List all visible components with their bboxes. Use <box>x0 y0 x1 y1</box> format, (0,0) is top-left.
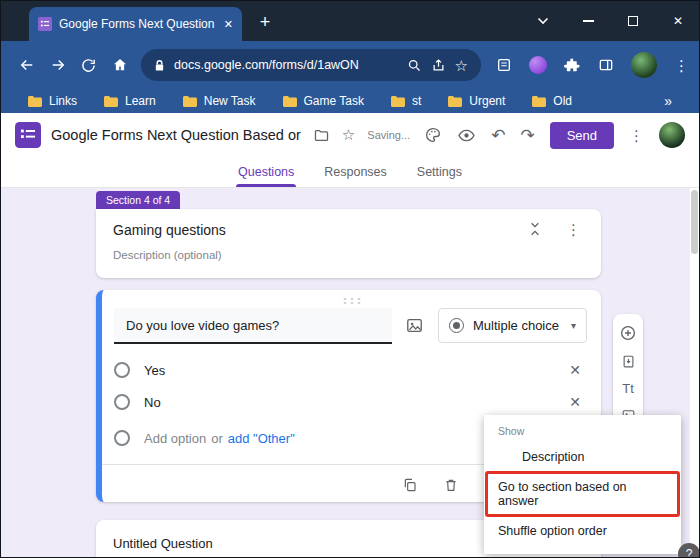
delete-question-icon[interactable] <box>443 477 459 493</box>
forms-app-header: Google Forms Next Question Based or ☆ Sa… <box>1 113 699 157</box>
back-button[interactable] <box>11 56 42 74</box>
bookmark-folder-game-task[interactable]: Game Task <box>283 94 364 108</box>
or-text: or <box>211 431 223 446</box>
menu-item-go-to-section[interactable]: Go to section based on answer <box>484 472 681 516</box>
forms-logo-icon[interactable] <box>15 122 41 148</box>
bookmark-label: st <box>412 94 421 108</box>
bookmark-folder-new-task[interactable]: New Task <box>183 94 256 108</box>
help-button[interactable]: ? <box>678 543 700 558</box>
section-title[interactable]: Gaming questions <box>113 222 226 238</box>
menu-item-shuffle-options[interactable]: Shuffle option order <box>484 516 681 546</box>
chevron-down-icon: ▾ <box>571 320 576 331</box>
add-image-icon[interactable] <box>405 316 424 335</box>
browser-tab[interactable]: Google Forms Next Question Bas ✕ <box>29 7 242 41</box>
form-editor-canvas: Section 4 of 4 Gaming questions Descript… <box>1 188 699 557</box>
bookmark-folder-learn[interactable]: Learn <box>104 94 156 108</box>
import-questions-icon[interactable] <box>621 354 636 369</box>
redo-icon[interactable]: ↷ <box>520 127 534 144</box>
tab-settings[interactable]: Settings <box>415 157 464 187</box>
search-icon[interactable] <box>407 58 422 73</box>
collapse-section-icon[interactable] <box>527 221 543 237</box>
radio-icon <box>114 362 130 378</box>
option-label[interactable]: Yes <box>144 363 165 378</box>
option-label[interactable]: No <box>144 395 161 410</box>
drag-handle[interactable] <box>341 297 362 305</box>
lock-icon <box>154 59 165 72</box>
duplicate-question-icon[interactable] <box>402 477 418 493</box>
extensions-puzzle-icon[interactable] <box>564 57 581 74</box>
undo-icon[interactable]: ↶ <box>491 127 505 144</box>
multiple-choice-icon <box>449 318 464 333</box>
form-nav-tabs: Questions Responses Settings <box>1 157 699 188</box>
section-badge: Section 4 of 4 <box>96 191 180 209</box>
add-title-icon[interactable]: Tt <box>622 381 634 396</box>
bookmark-folder-links[interactable]: Links <box>28 94 77 108</box>
bookmark-star-icon[interactable]: ☆ <box>455 58 468 73</box>
bookmark-label: Old <box>553 94 572 108</box>
menu-item-description[interactable]: Description <box>484 442 681 472</box>
bookmark-label: Learn <box>125 94 156 108</box>
forms-more-menu-icon[interactable]: ⋮ <box>629 128 644 143</box>
forward-button[interactable] <box>42 56 73 74</box>
star-document-icon[interactable]: ☆ <box>342 126 355 144</box>
window-titlebar: Google Forms Next Question Bas ✕ + ✕ <box>1 1 699 41</box>
browser-window: Google Forms Next Question Bas ✕ + ✕ <box>0 0 700 558</box>
bookmark-folder-urgent[interactable]: Urgent <box>448 94 505 108</box>
option-row[interactable]: No ✕ <box>114 390 581 414</box>
new-tab-button[interactable]: + <box>253 11 277 35</box>
browser-toolbar: docs.google.com/forms/d/1awON ☆ ⋮ <box>1 41 699 89</box>
section-menu-icon[interactable]: ⋮ <box>566 222 581 237</box>
question-options-menu: Show Description Go to section based on … <box>484 415 681 554</box>
bookmark-folder-old[interactable]: Old <box>532 94 572 108</box>
window-minimize-button[interactable] <box>581 14 595 28</box>
bookmark-label: Links <box>49 94 77 108</box>
side-panel-icon[interactable] <box>598 57 614 73</box>
address-bar[interactable]: docs.google.com/forms/d/1awON ☆ <box>141 49 481 81</box>
browser-menu-icon[interactable]: ⋮ <box>674 58 689 73</box>
section-header-card[interactable]: Gaming questions Description (optional) … <box>96 209 601 278</box>
reading-list-icon[interactable] <box>496 57 512 73</box>
tab-title: Google Forms Next Question Bas <box>59 17 217 31</box>
scrollbar[interactable] <box>690 188 699 557</box>
saving-status: Saving... <box>367 129 410 141</box>
remove-option-icon[interactable]: ✕ <box>569 394 581 410</box>
scrollbar-thumb[interactable] <box>691 190 698 254</box>
add-other-link[interactable]: add "Other" <box>228 431 295 446</box>
browser-profile-avatar[interactable] <box>631 52 657 78</box>
add-option-link[interactable]: Add option <box>144 431 206 446</box>
section-description[interactable]: Description (optional) <box>113 249 222 261</box>
tab-questions[interactable]: Questions <box>236 157 296 187</box>
document-title[interactable]: Google Forms Next Question Based or <box>51 127 301 143</box>
tab-responses[interactable]: Responses <box>322 157 389 187</box>
bookmark-label: New Task <box>204 94 256 108</box>
send-button[interactable]: Send <box>550 122 614 149</box>
question-type-dropdown[interactable]: Multiple choice ▾ <box>438 308 587 343</box>
preview-eye-icon[interactable] <box>457 126 476 145</box>
window-chevron-down-icon[interactable] <box>536 14 550 28</box>
bookmark-folder-st[interactable]: st <box>391 94 421 108</box>
extension-avatar-icon[interactable] <box>529 56 547 74</box>
refresh-button[interactable] <box>73 57 104 74</box>
window-maximize-button[interactable] <box>626 14 640 28</box>
url-text[interactable]: docs.google.com/forms/d/1awON <box>174 58 398 72</box>
bookmark-label: Urgent <box>469 94 505 108</box>
bookmarks-bar: Links Learn New Task Game Task st Urgent… <box>1 89 699 113</box>
radio-icon <box>114 430 130 446</box>
window-close-button[interactable]: ✕ <box>671 14 685 28</box>
bookmark-label: Game Task <box>304 94 364 108</box>
bookmarks-overflow-icon[interactable]: » <box>664 93 672 109</box>
option-row[interactable]: Yes ✕ <box>114 358 581 382</box>
remove-option-icon[interactable]: ✕ <box>569 362 581 378</box>
question-text: Do you love video games? <box>126 318 279 333</box>
question-title-input[interactable]: Do you love video games? <box>114 308 392 344</box>
account-avatar[interactable] <box>659 122 685 148</box>
home-button[interactable] <box>104 56 135 74</box>
theme-palette-icon[interactable] <box>424 126 442 144</box>
menu-item-text: Go to section based on answer <box>498 480 627 508</box>
next-question-title[interactable]: Untitled Question <box>113 536 213 551</box>
tab-close-icon[interactable]: ✕ <box>224 18 233 31</box>
add-question-icon[interactable] <box>619 324 637 342</box>
share-icon[interactable] <box>431 58 446 73</box>
move-to-folder-icon[interactable] <box>313 127 330 144</box>
radio-icon <box>114 394 130 410</box>
